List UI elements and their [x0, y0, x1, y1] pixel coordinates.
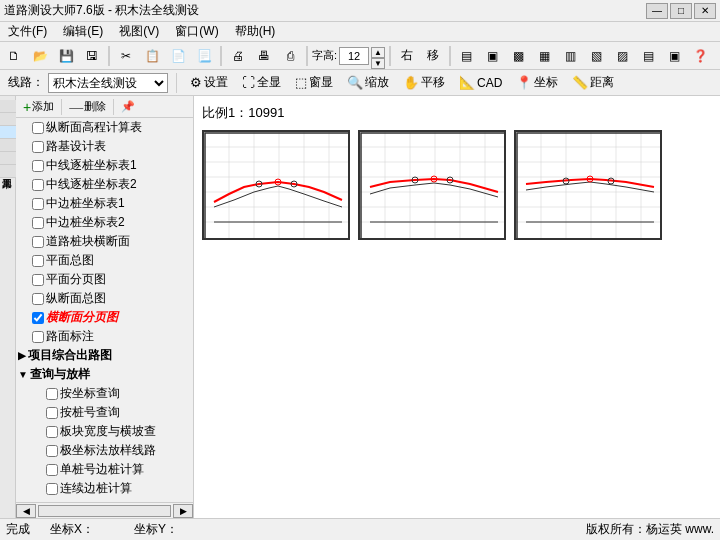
vtab-6[interactable]: 常用工具 — [0, 165, 16, 178]
windowview-icon: ⬚ — [295, 75, 307, 90]
tb-extra8[interactable]: ▤ — [637, 45, 661, 67]
print-button[interactable]: 🖨 — [226, 45, 250, 67]
tb-extra5[interactable]: ▥ — [559, 45, 583, 67]
tb-extra6[interactable]: ▧ — [585, 45, 609, 67]
item-checkbox[interactable] — [32, 198, 44, 210]
cross-section-1[interactable] — [202, 130, 350, 240]
item-checkbox[interactable] — [32, 217, 44, 229]
item-checkbox[interactable] — [46, 483, 58, 495]
save2-button[interactable]: 🖫 — [80, 45, 104, 67]
item-checkbox[interactable] — [32, 331, 44, 343]
settings-button[interactable]: ⚙ 设置 — [185, 72, 233, 93]
list-item[interactable]: 连续边桩计算 — [44, 479, 193, 498]
list-item[interactable]: 中边桩坐标表2 — [30, 213, 193, 232]
list-item[interactable]: 道路桩块横断面 — [30, 232, 193, 251]
tb-extra4[interactable]: ▦ — [533, 45, 557, 67]
vtab-4[interactable]: 确算析 — [0, 139, 16, 152]
list-item-active[interactable]: 横断面分页图 — [30, 308, 193, 327]
list-item[interactable]: 路基设计表 — [30, 137, 193, 156]
menu-edit[interactable]: 编辑(E) — [59, 22, 107, 41]
horizontal-scrollbar[interactable] — [38, 505, 171, 517]
list-item[interactable]: 中边桩坐标表1 — [30, 194, 193, 213]
font-size-input[interactable] — [339, 47, 369, 65]
title-buttons: — □ ✕ — [646, 3, 716, 19]
vtab-2[interactable]: 全线 — [0, 113, 16, 126]
fullview-button[interactable]: ⛶ 全显 — [237, 72, 286, 93]
item-checkbox[interactable] — [32, 236, 44, 248]
tb-extra3[interactable]: ▩ — [507, 45, 531, 67]
font-size-down[interactable]: ▼ — [371, 58, 385, 69]
item-checkbox[interactable] — [46, 388, 58, 400]
add-button[interactable]: + 添加 — [18, 97, 59, 117]
scroll-right[interactable]: ▶ — [173, 504, 193, 518]
cad-button[interactable]: 📐 CAD — [454, 73, 507, 92]
cut-button[interactable]: ✂ — [114, 45, 138, 67]
item-checkbox[interactable] — [46, 464, 58, 476]
group-query[interactable]: ▼ 查询与放样 — [16, 365, 193, 384]
print2-button[interactable]: 🖶 — [252, 45, 276, 67]
close-button[interactable]: ✕ — [694, 3, 716, 19]
cross-section-2[interactable] — [358, 130, 506, 240]
section-svg-1 — [204, 132, 350, 240]
pin-button[interactable]: 📌 — [116, 98, 140, 115]
tb-extra10[interactable]: ❓ — [689, 45, 713, 67]
item-checkbox[interactable] — [32, 141, 44, 153]
list-item[interactable]: 平面分页图 — [30, 270, 193, 289]
list-item[interactable]: 单桩号边桩计算 — [44, 460, 193, 479]
windowview-button[interactable]: ⬚ 窗显 — [290, 72, 338, 93]
copy-button[interactable]: 📋 — [140, 45, 164, 67]
maximize-button[interactable]: □ — [670, 3, 692, 19]
list-item[interactable]: 中线逐桩坐标表2 — [30, 175, 193, 194]
item-checkbox[interactable] — [46, 426, 58, 438]
pan-button[interactable]: ✋ 平移 — [398, 72, 450, 93]
list-item[interactable]: 板块宽度与横坡查 — [44, 422, 193, 441]
item-checkbox[interactable] — [32, 312, 44, 324]
zoom-button[interactable]: 🔍 缩放 — [342, 72, 394, 93]
list-item[interactable]: 纵断面总图 — [30, 289, 193, 308]
tb-extra7[interactable]: ▨ — [611, 45, 635, 67]
tb-extra2[interactable]: ▣ — [481, 45, 505, 67]
cross-section-3[interactable] — [514, 130, 662, 240]
list-item[interactable]: 按坐标查询 — [44, 384, 193, 403]
line-select[interactable]: 积木法全线测设 — [48, 73, 168, 93]
tb-extra9[interactable]: ▣ — [663, 45, 687, 67]
list-item[interactable]: 中线逐桩坐标表1 — [30, 156, 193, 175]
font-size-up[interactable]: ▲ — [371, 47, 385, 58]
list-item[interactable]: 极坐标法放样线路 — [44, 441, 193, 460]
vtab-5[interactable]: 局部测设 — [0, 152, 16, 165]
menu-help[interactable]: 帮助(H) — [231, 22, 280, 41]
list-item[interactable]: 按桩号查询 — [44, 403, 193, 422]
distance-button[interactable]: 📏 距离 — [567, 72, 619, 93]
menu-view[interactable]: 视图(V) — [115, 22, 163, 41]
new-button[interactable]: 🗋 — [2, 45, 26, 67]
item-checkbox[interactable] — [32, 293, 44, 305]
coord-button[interactable]: 📍 坐标 — [511, 72, 563, 93]
group-project[interactable]: ▶ 项目综合出路图 — [16, 346, 193, 365]
item-checkbox[interactable] — [32, 274, 44, 286]
item-checkbox[interactable] — [46, 407, 58, 419]
tb-extra1[interactable]: ▤ — [455, 45, 479, 67]
list-item[interactable]: 路面标注 — [30, 327, 193, 346]
copyright-text: 版权所有：杨运英 www. — [586, 521, 714, 538]
item-checkbox[interactable] — [46, 445, 58, 457]
vtab-3[interactable]: 横断面 — [0, 126, 16, 139]
print3-button[interactable]: ⎙ — [278, 45, 302, 67]
open-button[interactable]: 📂 — [28, 45, 52, 67]
list-item[interactable]: 纵断面高程计算表 — [30, 118, 193, 137]
delete-button[interactable]: — 删除 — [64, 97, 111, 117]
item-checkbox[interactable] — [32, 255, 44, 267]
item-checkbox[interactable] — [32, 160, 44, 172]
paste2-button[interactable]: 📃 — [192, 45, 216, 67]
minimize-button[interactable]: — — [646, 3, 668, 19]
scroll-left[interactable]: ◀ — [16, 504, 36, 518]
item-checkbox[interactable] — [32, 122, 44, 134]
align-right-button[interactable]: 右 — [395, 45, 419, 67]
paste-button[interactable]: 📄 — [166, 45, 190, 67]
menu-window[interactable]: 窗口(W) — [171, 22, 222, 41]
vtab-1[interactable]: 是线 — [0, 100, 16, 113]
item-checkbox[interactable] — [32, 179, 44, 191]
list-item[interactable]: 平面总图 — [30, 251, 193, 270]
move-button[interactable]: 移 — [421, 45, 445, 67]
save-button[interactable]: 💾 — [54, 45, 78, 67]
menu-file[interactable]: 文件(F) — [4, 22, 51, 41]
